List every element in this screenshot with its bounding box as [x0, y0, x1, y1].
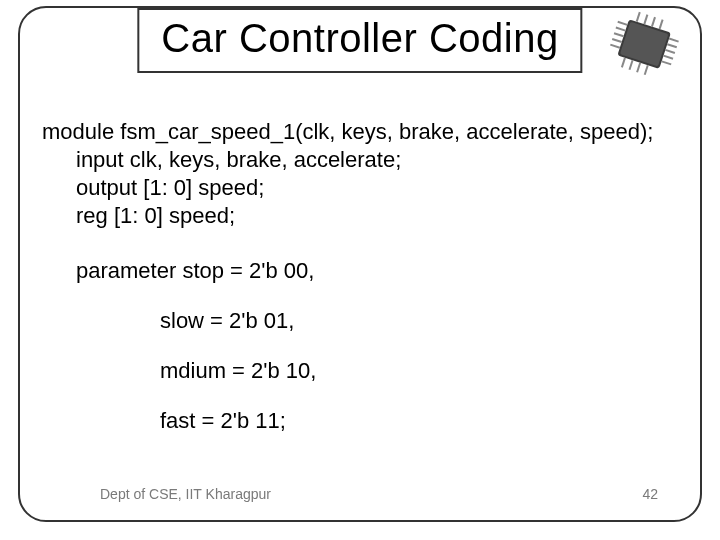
- svg-line-3: [616, 28, 626, 31]
- code-line: parameter stop = 2'b 00,: [42, 257, 678, 285]
- code-line: fast = 2'b 11;: [42, 407, 678, 435]
- svg-line-7: [669, 39, 679, 42]
- title-container: Car Controller Coding: [131, 8, 588, 73]
- svg-line-5: [612, 39, 622, 42]
- svg-line-6: [610, 45, 620, 48]
- code-line: mdium = 2'b 10,: [42, 357, 678, 385]
- svg-line-17: [629, 60, 632, 70]
- svg-line-9: [665, 50, 675, 53]
- slide-title: Car Controller Coding: [137, 8, 582, 73]
- svg-line-4: [614, 33, 624, 36]
- code-line: reg [1: 0] speed;: [42, 202, 678, 230]
- svg-line-11: [662, 61, 672, 64]
- svg-line-14: [652, 17, 655, 27]
- svg-line-16: [622, 58, 625, 68]
- slide-frame: Car Controller Coding module fsm_car_spe…: [18, 6, 702, 522]
- footer-department: Dept of CSE, IIT Kharagpur: [100, 486, 271, 502]
- svg-line-15: [660, 20, 663, 30]
- code-line: input clk, keys, brake, accelerate;: [42, 146, 678, 174]
- svg-line-10: [664, 56, 674, 59]
- svg-line-18: [637, 63, 640, 73]
- code-line: output [1: 0] speed;: [42, 174, 678, 202]
- svg-line-12: [637, 12, 640, 22]
- svg-line-2: [618, 22, 628, 25]
- code-line: module fsm_car_speed_1(clk, keys, brake,…: [42, 118, 678, 146]
- svg-line-13: [644, 15, 647, 25]
- svg-line-8: [667, 44, 677, 47]
- svg-line-19: [645, 65, 648, 75]
- code-block: module fsm_car_speed_1(clk, keys, brake,…: [42, 118, 678, 457]
- code-line: slow = 2'b 01,: [42, 307, 678, 335]
- chip-illustration: [602, 6, 692, 84]
- page-number: 42: [642, 486, 658, 502]
